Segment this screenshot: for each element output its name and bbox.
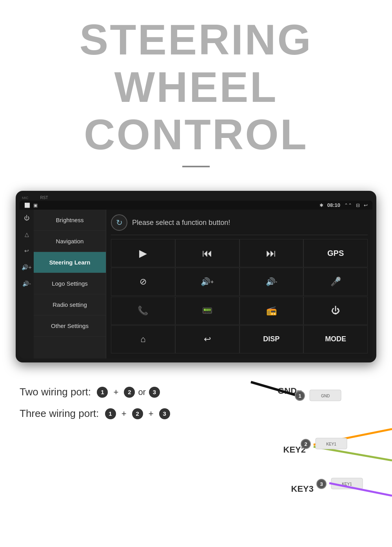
wire-num-3a: 3 (149, 387, 160, 398)
wire-diagram: 1 GND 2 KEY1 3 KEY1 (227, 374, 392, 515)
menu-steering-learn[interactable]: Steering Learn (34, 252, 106, 273)
device: MIC RST ⬜ ▣ ✱ 08:10 ⌃⌃ ⊟ ↩ (16, 191, 376, 362)
window-icon: ⬜ (24, 203, 30, 208)
svg-line-0 (251, 382, 298, 396)
status-left: ⬜ ▣ (24, 203, 38, 208)
plus-op-1: + (111, 387, 121, 397)
phone2-button[interactable]: 📟 (175, 297, 240, 325)
device-screen: ⬜ ▣ ✱ 08:10 ⌃⌃ ⊟ ↩ ⏻ △ ↩ 🔊+ (20, 201, 372, 359)
side-icons: ⏻ △ ↩ 🔊+ 🔊- (20, 210, 34, 359)
prev-button[interactable]: ⏮ (175, 239, 240, 267)
status-time: 08:10 (327, 202, 340, 208)
wire-num-1a: 1 (97, 387, 108, 398)
wire-num-2a: 2 (124, 387, 135, 398)
prompt-text: Please select a function button! (132, 219, 230, 227)
signal-icon: ⌃⌃ (344, 203, 352, 208)
menu-panel: Brightness Navigation Steering Learn Log… (34, 210, 106, 359)
svg-text:1: 1 (298, 393, 301, 399)
mic-button[interactable]: 🎤 (303, 268, 368, 296)
phone-button[interactable]: 📞 (111, 297, 175, 325)
title-section: STEERING WHEEL CONTROL (0, 0, 392, 187)
wiring-section: Two wiring port: 1 + 2 or 3 Three wiring… (0, 374, 392, 523)
two-wiring-label: Two wiring port: (20, 386, 94, 398)
screen-content: ⏻ △ ↩ 🔊+ 🔊- Brightness Navigation Steeri… (20, 210, 372, 359)
device-wrapper: MIC RST ⬜ ▣ ✱ 08:10 ⌃⌃ ⊟ ↩ (0, 187, 392, 374)
svg-text:3: 3 (320, 481, 323, 487)
or-op: or (138, 387, 146, 397)
back-side-icon[interactable]: ↩ (22, 246, 32, 256)
svg-text:GND: GND (321, 394, 330, 398)
vol-down-icon[interactable]: 🔊- (22, 279, 32, 289)
top-bar: ↻ Please select a function button! (111, 214, 368, 235)
svg-text:KEY1: KEY1 (326, 442, 336, 446)
power-btn[interactable]: ⏻ (303, 297, 368, 325)
svg-text:2: 2 (304, 441, 307, 447)
rst-label: RST (40, 196, 48, 200)
screen-icon: ▣ (33, 203, 38, 208)
status-right: ✱ 08:10 ⌃⌃ ⊟ ↩ (319, 202, 368, 208)
device-labels: MIC RST (20, 195, 372, 201)
back-button[interactable]: ↩ (175, 325, 240, 353)
disp-button[interactable]: DISP (240, 325, 304, 353)
back-icon: ↩ (364, 203, 368, 208)
menu-radio-setting[interactable]: Radio setting (34, 294, 106, 315)
plus-op-2: + (119, 409, 129, 419)
vol-down-button[interactable]: 🔊- (240, 268, 304, 296)
three-wiring-label: Three wiring port: (20, 408, 102, 420)
menu-brightness[interactable]: Brightness (34, 210, 106, 231)
title-line1: STEERING WHEEL (8, 16, 384, 110)
home-button[interactable]: ⌂ (111, 325, 175, 353)
radio-button[interactable]: 📻 (240, 297, 304, 325)
vol-up-button[interactable]: 🔊+ (175, 268, 240, 296)
wire-num-3b: 3 (159, 408, 170, 419)
mode-button[interactable]: MODE (303, 325, 368, 353)
next-button[interactable]: ⏭ (240, 239, 304, 267)
apps-icon: ⊟ (356, 203, 360, 208)
status-bar: ⬜ ▣ ✱ 08:10 ⌃⌃ ⊟ ↩ (20, 201, 372, 210)
gps-button[interactable]: GPS (303, 239, 368, 267)
menu-other-settings[interactable]: Other Settings (34, 315, 106, 337)
title-line2: CONTROL (8, 110, 384, 158)
home-icon[interactable]: △ (22, 229, 32, 239)
refresh-button[interactable]: ↻ (111, 214, 127, 231)
plus-op-3: + (146, 409, 156, 419)
main-area: ↻ Please select a function button! ▶ ⏮ ⏭… (106, 210, 372, 359)
title-divider (182, 166, 210, 167)
power-icon[interactable]: ⏻ (22, 213, 32, 223)
wire-num-1b: 1 (105, 408, 116, 419)
menu-navigation[interactable]: Navigation (34, 231, 106, 252)
bluetooth-icon: ✱ (319, 203, 323, 208)
play-button[interactable]: ▶ (111, 239, 175, 267)
wire-num-2b: 2 (132, 408, 143, 419)
menu-logo-settings[interactable]: Logo Settings (34, 273, 106, 294)
vol-up-icon[interactable]: 🔊+ (22, 262, 32, 272)
mic-label: MIC (22, 196, 29, 200)
button-grid: ▶ ⏮ ⏭ GPS ⊘ 🔊+ 🔊- 🎤 📞 📟 📻 ⏻ (111, 239, 368, 354)
mute-button[interactable]: ⊘ (111, 268, 175, 296)
